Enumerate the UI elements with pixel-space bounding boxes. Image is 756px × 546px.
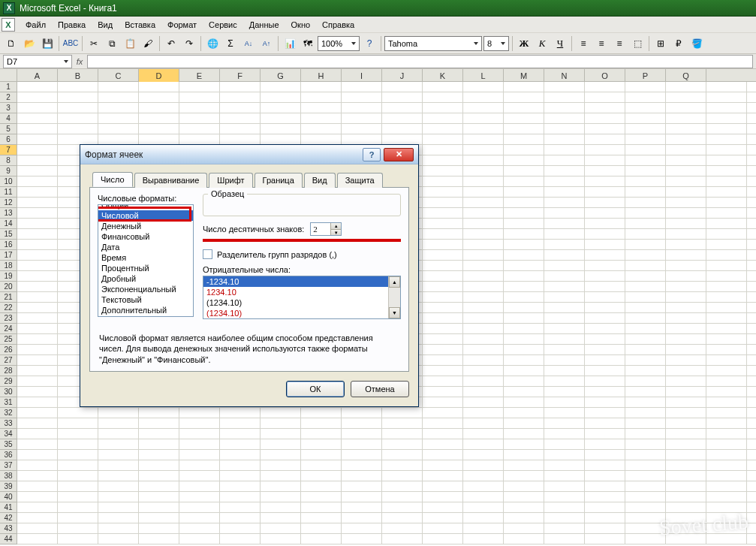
row-header[interactable]: 13	[0, 208, 17, 219]
map-button[interactable]: 🗺	[300, 35, 316, 52]
menu-service[interactable]: Сервис	[203, 19, 243, 31]
align-left-button[interactable]: ≡	[575, 35, 592, 52]
row-header[interactable]: 43	[0, 523, 17, 534]
tab-protection[interactable]: Защита	[337, 173, 383, 188]
row-header[interactable]: 7	[0, 145, 17, 155]
decimals-input[interactable]	[311, 223, 330, 235]
row-header[interactable]: 25	[0, 334, 17, 345]
row-header[interactable]: 23	[0, 313, 17, 324]
column-header[interactable]: A	[17, 69, 58, 82]
copy-button[interactable]: ⧉	[104, 35, 120, 52]
hyperlink-button[interactable]: 🌐	[204, 35, 221, 52]
column-header[interactable]: I	[342, 69, 382, 82]
align-center-button[interactable]: ≡	[593, 35, 610, 52]
row-header[interactable]: 16	[0, 240, 17, 250]
row-header[interactable]: 24	[0, 324, 17, 334]
menu-help[interactable]: Справка	[316, 19, 360, 31]
select-all-corner[interactable]	[0, 69, 17, 82]
row-header[interactable]: 11	[0, 187, 17, 198]
format-painter-button[interactable]: 🖌	[140, 35, 156, 52]
list-item[interactable]: (1234.10)	[203, 308, 400, 318]
column-header[interactable]: Q	[666, 69, 706, 82]
list-item[interactable]: Денежный	[98, 221, 193, 231]
list-item[interactable]: Дополнительный	[98, 305, 193, 315]
column-header[interactable]: C	[98, 69, 139, 82]
cancel-button[interactable]: Отмена	[351, 381, 409, 397]
column-header[interactable]: K	[423, 69, 463, 82]
list-item-selected[interactable]: -1234.10	[203, 276, 400, 287]
menu-insert[interactable]: Вставка	[119, 19, 161, 31]
font-size-combo[interactable]: 8	[483, 36, 509, 51]
menu-format[interactable]: Формат	[161, 19, 203, 31]
spinner-up[interactable]: ▲	[330, 223, 341, 229]
row-header[interactable]: 20	[0, 282, 17, 292]
row-header[interactable]: 1	[0, 82, 17, 92]
column-header[interactable]: E	[179, 69, 220, 82]
row-header[interactable]: 4	[0, 113, 17, 124]
bold-button[interactable]: Ж	[516, 35, 532, 52]
italic-button[interactable]: К	[534, 35, 550, 52]
sort-asc-button[interactable]: A↓	[240, 35, 257, 52]
row-header[interactable]: 6	[0, 134, 17, 145]
row-header[interactable]: 30	[0, 387, 17, 397]
zoom-combo[interactable]: 100%	[318, 36, 360, 51]
row-header[interactable]: 3	[0, 103, 17, 113]
column-header[interactable]: N	[544, 69, 585, 82]
row-header[interactable]: 33	[0, 418, 17, 429]
row-header[interactable]: 9	[0, 166, 17, 176]
column-header[interactable]: J	[382, 69, 423, 82]
column-header[interactable]: B	[58, 69, 98, 82]
scrollbar[interactable]: ▲ ▼	[388, 276, 400, 318]
row-header[interactable]: 26	[0, 345, 17, 355]
row-header[interactable]: 19	[0, 271, 17, 282]
number-formats-list[interactable]: Общий Числовой Денежный Финансовый Дата …	[98, 204, 194, 317]
paste-button[interactable]: 📋	[122, 35, 138, 52]
row-header[interactable]: 12	[0, 198, 17, 208]
row-header[interactable]: 14	[0, 219, 17, 229]
doc-icon[interactable]: X	[2, 18, 15, 32]
menu-file[interactable]: Файл	[20, 19, 52, 31]
dialog-close-button[interactable]: ✕	[384, 148, 414, 161]
column-header[interactable]: M	[504, 69, 544, 82]
row-header[interactable]: 17	[0, 250, 17, 261]
spinner-down[interactable]: ▼	[330, 229, 341, 235]
merge-button[interactable]: ⬚	[629, 35, 646, 52]
borders-button[interactable]: ⊞	[652, 35, 669, 52]
row-header[interactable]: 38	[0, 471, 17, 481]
tab-border[interactable]: Граница	[255, 173, 303, 188]
sort-desc-button[interactable]: A↑	[258, 35, 275, 52]
list-item[interactable]: Дробный	[98, 273, 193, 284]
column-header[interactable]: O	[585, 69, 625, 82]
column-header[interactable]: H	[301, 69, 342, 82]
negatives-list[interactable]: -1234.10 1234.10 (1234.10) (1234.10) ▲ ▼	[203, 276, 401, 319]
thousands-checkbox[interactable]	[203, 249, 212, 259]
menu-window[interactable]: Окно	[285, 19, 317, 31]
list-item[interactable]: Время	[98, 252, 193, 263]
row-header[interactable]: 27	[0, 355, 17, 366]
currency-button[interactable]: ₽	[670, 35, 687, 52]
fill-color-button[interactable]: 🪣	[688, 35, 705, 52]
row-header[interactable]: 39	[0, 481, 17, 492]
tab-alignment[interactable]: Выравнивание	[134, 173, 208, 188]
row-header[interactable]: 44	[0, 534, 17, 544]
dialog-titlebar[interactable]: Формат ячеек ? ✕	[80, 145, 418, 164]
list-item[interactable]: Дата	[98, 242, 193, 252]
column-header[interactable]: D	[139, 69, 179, 82]
dialog-help-button[interactable]: ?	[363, 148, 381, 161]
undo-button[interactable]: ↶	[163, 35, 179, 52]
row-header[interactable]: 31	[0, 397, 17, 408]
ok-button[interactable]: ОК	[286, 381, 345, 397]
list-item[interactable]: 1234.10	[203, 287, 400, 297]
row-header[interactable]: 15	[0, 229, 17, 240]
menu-view[interactable]: Вид	[92, 19, 119, 31]
row-header[interactable]: 41	[0, 502, 17, 513]
row-header[interactable]: 36	[0, 450, 17, 460]
name-box[interactable]: D7	[3, 55, 72, 68]
row-header[interactable]: 21	[0, 292, 17, 303]
chart-button[interactable]: 📊	[282, 35, 298, 52]
column-header[interactable]: L	[463, 69, 504, 82]
row-header[interactable]: 5	[0, 124, 17, 134]
list-item-selected[interactable]: Числовой	[98, 210, 193, 221]
tab-number[interactable]: Число	[92, 172, 133, 187]
column-header[interactable]: G	[261, 69, 301, 82]
